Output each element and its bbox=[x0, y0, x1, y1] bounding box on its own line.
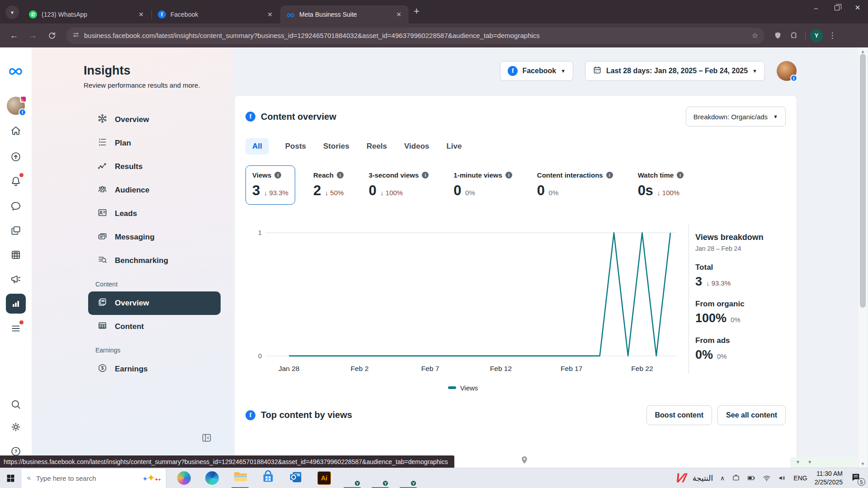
info-icon[interactable]: i bbox=[677, 172, 684, 178]
clock[interactable]: 11:30 AM 2/25/2025 bbox=[815, 469, 843, 487]
back-icon[interactable]: ← bbox=[6, 28, 22, 43]
metric-card-reach[interactable]: Reach i2↓ 50% bbox=[307, 165, 350, 205]
forward-icon[interactable]: → bbox=[25, 28, 41, 43]
url-text[interactable]: business.facebook.com/latest/insights/co… bbox=[84, 32, 747, 39]
sidebar-item-plan[interactable]: 123Plan bbox=[88, 131, 221, 155]
metric-card-watch-time[interactable]: Watch time i0s↓ 100% bbox=[631, 165, 690, 205]
maximize-button[interactable] bbox=[826, 0, 847, 15]
edge-icon[interactable] bbox=[198, 468, 226, 488]
close-button[interactable]: ✕ bbox=[847, 0, 868, 15]
taskbar-search-input[interactable]: ⌕ Type here to search ✦✦✦✦ bbox=[21, 468, 166, 488]
date-range-button[interactable]: Last 28 days: Jan 28, 2025 – Feb 24, 202… bbox=[585, 61, 765, 81]
collapse-sidebar-icon[interactable] bbox=[201, 432, 213, 444]
date-range-label: Last 28 days: Jan 28, 2025 – Feb 24, 202… bbox=[606, 67, 748, 75]
sidebar-item-content[interactable]: Content bbox=[88, 315, 221, 338]
sidebar-item-earnings[interactable]: $Earnings bbox=[88, 357, 221, 381]
sidebar-item-messaging[interactable]: Messaging bbox=[88, 225, 221, 249]
notification-center-icon[interactable]: 5 bbox=[851, 472, 861, 484]
start-menu-icon[interactable] bbox=[0, 474, 21, 483]
battery-icon[interactable] bbox=[747, 474, 755, 482]
sidebar-item-audience[interactable]: Audience bbox=[88, 178, 221, 202]
scroll-up-icon[interactable]: ▲ bbox=[859, 49, 867, 54]
chrome-icon[interactable]: Y bbox=[394, 468, 422, 488]
boost-content-button[interactable]: Boost content bbox=[646, 405, 712, 425]
boost-icon[interactable] bbox=[6, 147, 26, 167]
url-bar[interactable]: business.facebook.com/latest/insights/co… bbox=[66, 28, 764, 44]
sports-app-icon[interactable]: Ⅵ bbox=[673, 471, 687, 485]
sidebar-item-benchmarking[interactable]: Benchmarking bbox=[88, 249, 221, 272]
language-indicator[interactable]: ENG bbox=[793, 474, 807, 482]
vertical-scrollbar[interactable]: ▲ ▼ bbox=[859, 47, 867, 468]
browser-profile-avatar[interactable]: Y bbox=[810, 29, 823, 42]
ads-icon[interactable] bbox=[6, 269, 26, 289]
info-icon[interactable]: i bbox=[274, 172, 281, 178]
settings-icon[interactable] bbox=[6, 417, 26, 437]
metric-delta: ↓ 50% bbox=[325, 189, 344, 197]
browser-tab-meta-business-suite[interactable]: Meta Business Suite✕ bbox=[280, 5, 409, 23]
tab-all[interactable]: All bbox=[245, 138, 269, 155]
meta-logo-icon[interactable] bbox=[6, 61, 26, 80]
sidebar-item-label: Leads bbox=[115, 209, 137, 218]
browser-tab--123-whatsapp[interactable]: ✆(123) WhatsApp✕ bbox=[23, 5, 151, 23]
close-tab-icon[interactable]: ✕ bbox=[393, 10, 404, 19]
copilot-icon[interactable] bbox=[170, 468, 198, 488]
all-tools-icon[interactable] bbox=[6, 319, 26, 338]
metric-card-3-second-views[interactable]: 3-second views i0↓ 100% bbox=[362, 165, 435, 205]
store-icon[interactable] bbox=[254, 468, 282, 488]
new-tab-button[interactable]: + bbox=[414, 5, 420, 17]
extensions-icon[interactable] bbox=[787, 29, 801, 42]
account-avatar[interactable]: f bbox=[777, 61, 797, 81]
info-icon[interactable]: i bbox=[337, 172, 344, 178]
bookmark-star-icon[interactable]: ☆ bbox=[752, 31, 758, 40]
file-explorer-icon[interactable] bbox=[226, 468, 254, 488]
tab-videos[interactable]: Videos bbox=[403, 138, 430, 155]
tab-search-chevron-icon[interactable]: ▾ bbox=[5, 5, 19, 19]
metric-card-views[interactable]: Views i3↓ 93.3% bbox=[245, 165, 295, 205]
close-tab-icon[interactable]: ✕ bbox=[264, 10, 275, 19]
chrome-icon[interactable]: Y bbox=[366, 468, 394, 488]
tab-posts[interactable]: Posts bbox=[284, 138, 307, 155]
scroll-down-icon[interactable]: ▼ bbox=[859, 461, 867, 466]
page-selector-button[interactable]: f Facebook ▼ bbox=[500, 61, 573, 81]
tray-app-label[interactable]: النتيجة bbox=[693, 474, 713, 483]
volume-icon[interactable] bbox=[778, 474, 786, 482]
notifications-icon[interactable] bbox=[6, 171, 26, 191]
cast-icon[interactable] bbox=[732, 474, 740, 482]
outlook-icon[interactable] bbox=[282, 468, 310, 488]
sidebar-item-results[interactable]: Results bbox=[88, 155, 221, 178]
info-icon[interactable]: i bbox=[422, 172, 429, 178]
info-icon[interactable]: i bbox=[505, 172, 512, 178]
illustrator-icon[interactable]: Ai bbox=[310, 468, 338, 488]
planner-icon[interactable] bbox=[6, 245, 26, 265]
chrome-icon[interactable]: Y bbox=[338, 468, 366, 488]
tab-live[interactable]: Live bbox=[445, 138, 462, 155]
info-icon[interactable]: i bbox=[606, 172, 613, 178]
search-icon[interactable] bbox=[6, 394, 26, 414]
posts-icon[interactable] bbox=[6, 221, 26, 240]
scroll-down-icon[interactable]: ▼ bbox=[807, 460, 812, 465]
business-avatar[interactable]: f bbox=[6, 96, 26, 116]
see-all-content-button[interactable]: See all content bbox=[717, 405, 786, 425]
breakdown-selector[interactable]: Breakdown: Organic/ads ▼ bbox=[686, 107, 786, 127]
home-icon[interactable] bbox=[6, 121, 26, 141]
browser-tab-facebook[interactable]: fFacebook✕ bbox=[151, 5, 280, 23]
insights-icon[interactable] bbox=[6, 294, 26, 314]
privacy-shield-icon[interactable] bbox=[771, 29, 784, 42]
metric-card-content-interactions[interactable]: Content interactions i00% bbox=[530, 165, 620, 205]
sidebar-item-leads[interactable]: Leads bbox=[88, 202, 221, 225]
wifi-icon[interactable] bbox=[763, 474, 771, 482]
browser-menu-icon[interactable]: ⋮ bbox=[826, 29, 839, 42]
metric-card-1-minute-views[interactable]: 1-minute views i00% bbox=[447, 165, 519, 205]
close-tab-icon[interactable]: ✕ bbox=[136, 10, 146, 19]
scroll-down-icon[interactable]: ▼ bbox=[796, 460, 800, 465]
sidebar-item-overview[interactable]: Overview bbox=[88, 291, 221, 315]
site-settings-icon[interactable] bbox=[72, 31, 80, 40]
scrollbar-thumb[interactable] bbox=[860, 54, 866, 308]
reload-icon[interactable] bbox=[44, 28, 60, 43]
tray-expand-icon[interactable]: ∧ bbox=[720, 474, 725, 482]
tab-stories[interactable]: Stories bbox=[322, 138, 350, 155]
minimize-button[interactable]: – bbox=[806, 0, 826, 15]
sidebar-item-overview[interactable]: Overview bbox=[88, 108, 221, 131]
inbox-icon[interactable] bbox=[6, 196, 26, 216]
tab-reels[interactable]: Reels bbox=[366, 138, 388, 155]
